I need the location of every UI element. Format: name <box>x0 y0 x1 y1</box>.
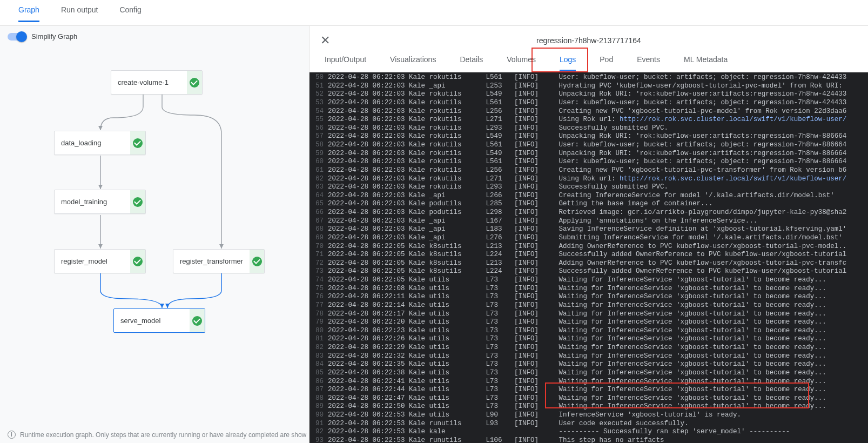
log-line: 902022-04-28 06:22:53 Kale utils L90 [IN… <box>309 411 868 420</box>
log-line: 882022-04-28 06:22:47 Kale utils L73 [IN… <box>309 394 868 403</box>
log-line: 712022-04-28 06:22:05 Kale k8sutils L224… <box>309 251 868 259</box>
node-label: data_loading <box>55 131 130 155</box>
tab-ml-metadata[interactable]: ML Metadata <box>684 51 728 70</box>
log-line: 842022-04-28 06:22:35 Kale utils L73 [IN… <box>309 360 868 369</box>
status-success-icon <box>130 131 145 155</box>
node-label: model_training <box>55 190 130 213</box>
log-line: 812022-04-28 06:22:26 Kale utils L73 [IN… <box>309 335 868 344</box>
log-line: 572022-04-28 06:22:03 Kale rokutils L549… <box>309 132 868 141</box>
node-label: register_model <box>55 250 130 273</box>
detail-tabs: Input/Output Visualizations Details Volu… <box>309 51 868 72</box>
status-success-icon <box>190 309 205 332</box>
tab-input-output[interactable]: Input/Output <box>325 51 366 70</box>
status-success-icon <box>250 250 264 273</box>
tab-visualizations[interactable]: Visualizations <box>390 51 436 70</box>
log-line: 652022-04-28 06:22:03 Kale podutils L285… <box>309 200 868 209</box>
log-line: 922022-04-28 06:22:53 Kale kale --------… <box>309 428 868 437</box>
log-line: 532022-04-28 06:22:03 Kale rokutils L561… <box>309 99 868 108</box>
log-line: 762022-04-28 06:22:11 Kale utils L73 [IN… <box>309 293 868 301</box>
log-line: 752022-04-28 06:22:08 Kale utils L73 [IN… <box>309 285 868 293</box>
log-line: 792022-04-28 06:22:20 Kale utils L73 [IN… <box>309 318 868 327</box>
log-line: 872022-04-28 06:22:44 Kale utils L73 [IN… <box>309 386 868 394</box>
status-success-icon <box>130 250 145 273</box>
log-line: 672022-04-28 06:22:03 Kale _api L167 [IN… <box>309 217 868 226</box>
node-data-loading[interactable]: data_loading <box>54 131 146 155</box>
tab-graph[interactable]: Graph <box>18 5 39 22</box>
log-line: 742022-04-28 06:22:05 Kale utils L73 [IN… <box>309 276 868 285</box>
log-line: 582022-04-28 06:22:03 Kale rokutils L561… <box>309 141 868 150</box>
log-line: 602022-04-28 06:22:03 Kale rokutils L561… <box>309 158 868 166</box>
footer-hint-text: Runtime execution graph. Only steps that… <box>20 431 306 439</box>
log-line: 852022-04-28 06:22:38 Kale utils L73 [IN… <box>309 369 868 378</box>
log-line: 822022-04-28 06:22:29 Kale utils L73 [IN… <box>309 344 868 352</box>
log-line: 502022-04-28 06:22:03 Kale rokutils L561… <box>309 73 868 82</box>
tab-logs[interactable]: Logs <box>560 51 576 71</box>
node-register-transformer[interactable]: register_transformer <box>173 249 265 273</box>
log-line: 832022-04-28 06:22:32 Kale utils L73 [IN… <box>309 352 868 361</box>
log-line: 592022-04-28 06:22:03 Kale rokutils L549… <box>309 150 868 158</box>
tab-events[interactable]: Events <box>637 51 660 70</box>
log-line: 692022-04-28 06:22:03 Kale _api L276 [IN… <box>309 234 868 243</box>
pipeline-graph[interactable]: create-volume-1 data_loading model_train… <box>0 26 309 443</box>
log-line: 522022-04-28 06:22:03 Kale rokutils L549… <box>309 90 868 99</box>
status-success-icon <box>130 190 145 213</box>
log-line: 542022-04-28 06:22:03 Kale rokutils L256… <box>309 108 868 116</box>
log-line: 702022-04-28 06:22:05 Kale k8sutils L213… <box>309 243 868 251</box>
detail-title: regression-7h8hw-2137717164 <box>333 36 844 45</box>
log-line: 662022-04-28 06:22:03 Kale podutils L298… <box>309 209 868 217</box>
node-serve-model[interactable]: serve_model <box>113 308 205 333</box>
log-line: 632022-04-28 06:22:03 Kale rokutils L293… <box>309 183 868 192</box>
log-line: 722022-04-28 06:22:05 Kale k8sutils L213… <box>309 259 868 268</box>
close-icon[interactable]: ✕ <box>320 33 333 48</box>
log-line: 642022-04-28 06:22:03 Kale _api L266 [IN… <box>309 192 868 200</box>
log-line: 512022-04-28 06:22:03 Kale _api L253 [IN… <box>309 82 868 91</box>
log-line: 862022-04-28 06:22:41 Kale utils L73 [IN… <box>309 378 868 386</box>
tab-config[interactable]: Config <box>119 5 141 21</box>
log-line: 782022-04-28 06:22:17 Kale utils L73 [IN… <box>309 310 868 319</box>
tab-details[interactable]: Details <box>460 51 483 70</box>
log-line: 802022-04-28 06:22:23 Kale utils L73 [IN… <box>309 327 868 335</box>
log-view[interactable]: 502022-04-28 06:22:03 Kale rokutils L561… <box>309 72 868 443</box>
log-line: 772022-04-28 06:22:14 Kale utils L73 [IN… <box>309 301 868 310</box>
node-label: register_transformer <box>173 250 250 273</box>
tab-pod[interactable]: Pod <box>600 51 613 70</box>
log-line: 622022-04-28 06:22:03 Kale rokutils L271… <box>309 175 868 184</box>
node-label: serve_model <box>114 309 190 332</box>
log-line: 932022-04-28 06:22:53 Kale runutils L106… <box>309 437 868 443</box>
log-line: 912022-04-28 06:22:53 Kale runutils L93 … <box>309 420 868 428</box>
log-line: 612022-04-28 06:22:03 Kale rokutils L256… <box>309 166 868 175</box>
status-success-icon <box>187 71 202 94</box>
log-line: 552022-04-28 06:22:03 Kale rokutils L271… <box>309 116 868 124</box>
footer-hint: i Runtime execution graph. Only steps th… <box>8 431 306 439</box>
log-line: 732022-04-28 06:22:05 Kale k8sutils L224… <box>309 267 868 276</box>
node-register-model[interactable]: register_model <box>54 249 146 273</box>
log-line: 682022-04-28 06:22:03 Kale _api L183 [IN… <box>309 225 868 234</box>
node-create-volume-1[interactable]: create-volume-1 <box>111 70 203 95</box>
log-line: 892022-04-28 06:22:50 Kale utils L73 [IN… <box>309 402 868 411</box>
info-icon: i <box>8 431 16 439</box>
node-model-training[interactable]: model_training <box>54 190 146 214</box>
node-label: create-volume-1 <box>111 71 187 94</box>
log-line: 562022-04-28 06:22:03 Kale rokutils L293… <box>309 124 868 133</box>
tab-run-output[interactable]: Run output <box>61 5 98 21</box>
tab-volumes[interactable]: Volumes <box>507 51 536 70</box>
